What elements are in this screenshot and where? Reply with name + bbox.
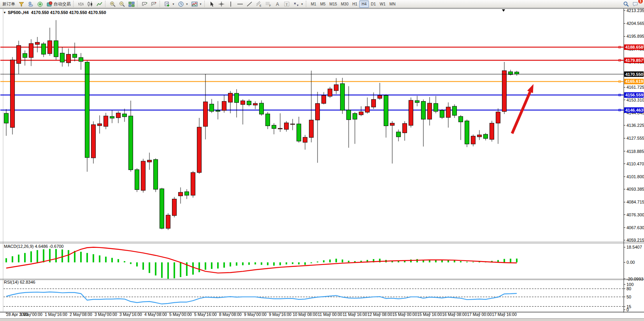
text-button[interactable]: A	[273, 0, 282, 7]
price-badge-label: 4156.559	[625, 93, 643, 97]
chart-canvas[interactable]: 4213.2354204.5654195.8954187.4804178.810…	[0, 8, 644, 321]
candle-body	[48, 41, 52, 54]
dropdown-caret-icon: ▼	[199, 3, 202, 5]
candle-body	[141, 161, 146, 190]
macd-histogram-bar	[37, 250, 38, 263]
timeframe-h4-button[interactable]: H4	[359, 0, 369, 8]
fibonacci-button[interactable]: F	[263, 0, 273, 7]
candle-chart-button[interactable]	[86, 0, 95, 7]
candle-body	[390, 123, 395, 125]
candle-body	[235, 93, 239, 103]
toolbar-separator	[137, 1, 139, 7]
candle-body	[67, 54, 71, 63]
candle-body	[247, 101, 251, 105]
timeframe-m1-button[interactable]: M1	[309, 1, 318, 7]
candle-body	[316, 103, 320, 120]
candle-body	[378, 95, 382, 98]
macd-histogram-bar	[149, 262, 150, 273]
zoom-out-button[interactable]	[118, 0, 127, 7]
crosshair-button[interactable]	[217, 0, 226, 7]
chat-button[interactable]: 1	[631, 0, 640, 7]
candle-body	[403, 123, 407, 133]
macd-histogram-bar	[466, 262, 468, 263]
cursor-button[interactable]	[207, 0, 217, 7]
candle-body	[328, 89, 332, 96]
periods-button[interactable]: ▼	[176, 0, 190, 7]
candle-body	[465, 121, 469, 144]
timeframe-d1-button[interactable]: D1	[369, 1, 378, 7]
candle-body	[160, 189, 164, 228]
candle-body	[490, 123, 494, 139]
price-axis-label: 4110.470	[626, 161, 644, 166]
market-watch-button[interactable]	[26, 0, 35, 7]
candle-body	[477, 135, 482, 137]
timeframe-m15-button[interactable]: M15	[328, 1, 339, 7]
time-axis-label: 12 May 08:00	[367, 312, 392, 317]
autotrade-button[interactable]: 自动交易	[45, 0, 72, 7]
label-button[interactable]: T	[282, 0, 291, 7]
timeframe-m30-button[interactable]: M30	[339, 1, 350, 7]
timeframe-mn-button[interactable]: MN	[388, 1, 398, 7]
order-history-button[interactable]	[17, 0, 26, 7]
toolbar-separator	[306, 1, 308, 7]
macd-histogram-bar	[61, 249, 63, 262]
price-axis-label: 4213.235	[626, 8, 644, 13]
macd-histogram-bar	[130, 262, 132, 264]
time-axis-label: 1 May 00:00	[20, 312, 42, 317]
candle-body	[459, 116, 463, 122]
new-chart-button[interactable]: ▼	[163, 0, 176, 7]
zoom-in-button[interactable]	[108, 0, 118, 7]
macd-histogram-bar	[223, 262, 225, 268]
search-button[interactable]	[621, 0, 631, 7]
macd-histogram-bar	[236, 262, 237, 265]
vertical-line-button[interactable]	[226, 0, 235, 7]
signals-button[interactable]	[35, 0, 45, 7]
candle-body	[129, 116, 133, 170]
auto-arrange-button[interactable]	[140, 0, 149, 7]
macd-histogram-bar	[205, 262, 206, 270]
price-axis-label: 4093.385	[626, 187, 644, 191]
candle-body	[309, 120, 314, 137]
indicators-button[interactable]: ▼	[190, 0, 204, 7]
candle-body	[347, 110, 351, 120]
macd-histogram-bar	[304, 262, 306, 265]
macd-histogram-bar	[398, 261, 399, 262]
time-axis-label: 9 May 00:00	[244, 312, 267, 317]
candle-body	[496, 112, 500, 123]
horizontal-line-button[interactable]	[235, 0, 245, 7]
macd-histogram-bar	[198, 262, 200, 272]
macd-histogram-bar	[192, 262, 194, 275]
svg-text:F: F	[269, 4, 271, 7]
macd-histogram-bar	[167, 262, 169, 279]
candle-body	[353, 114, 357, 119]
trend-line-button[interactable]	[245, 0, 254, 7]
timeframe-w1-button[interactable]: W1	[378, 1, 388, 7]
new-order-button[interactable]: 新订单	[1, 0, 17, 7]
candle-body	[23, 54, 27, 58]
candle-body	[110, 116, 114, 118]
candle-body	[453, 106, 457, 115]
price-axis-label: 4118.885	[626, 149, 644, 154]
chart-area[interactable]: 4213.2354204.5654195.8954187.4804178.810…	[0, 8, 644, 321]
macd-histogram-bar	[335, 259, 337, 262]
shapes-button[interactable]: ▼	[291, 0, 305, 7]
candle-body	[228, 93, 233, 102]
tile-windows-button[interactable]	[127, 0, 136, 7]
macd-histogram-bar	[80, 252, 82, 262]
macd-histogram-bar	[317, 261, 318, 262]
macd-histogram-bar	[174, 262, 175, 278]
candle-body	[303, 137, 307, 142]
line-chart-button[interactable]	[95, 0, 104, 7]
time-axis-label: 17 May 16:00	[492, 312, 517, 317]
macd-histogram-bar	[416, 259, 418, 262]
bars-chart-button[interactable]	[76, 0, 86, 7]
candle-body	[484, 134, 488, 139]
candle-body	[154, 160, 158, 189]
timeframe-h1-button[interactable]: H1	[350, 1, 359, 7]
track-chart-button[interactable]	[149, 0, 159, 7]
timeframe-m5-button[interactable]: M5	[318, 1, 328, 7]
candle-body	[397, 132, 401, 137]
candle-body	[421, 102, 426, 119]
fibo-equidistant-button[interactable]: E	[254, 0, 263, 7]
candle-body	[147, 160, 152, 162]
